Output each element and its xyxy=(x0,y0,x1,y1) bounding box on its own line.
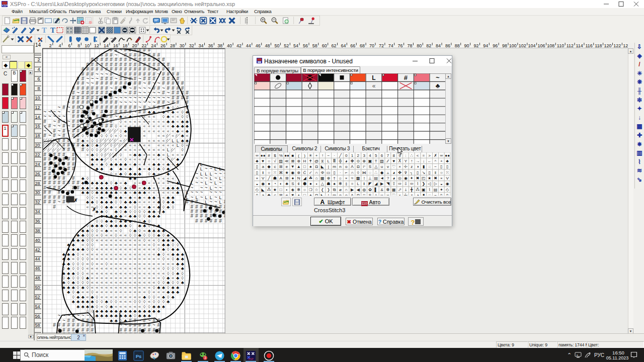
svg-text:◊: ◊ xyxy=(105,161,108,166)
svg-text:☘: ☘ xyxy=(308,176,312,180)
svg-text:40: 40 xyxy=(227,43,232,48)
svg-text:106: 106 xyxy=(537,43,545,48)
svg-text:#: # xyxy=(214,218,217,223)
svg-text:(: ( xyxy=(298,153,299,158)
svg-text:◊: ◊ xyxy=(87,237,89,242)
svg-text:☩: ☩ xyxy=(404,164,407,169)
svg-text:▮: ▮ xyxy=(422,164,424,169)
svg-text:✗: ✗ xyxy=(73,197,77,203)
svg-text:▌: ▌ xyxy=(374,187,377,193)
svg-text:22: 22 xyxy=(141,43,146,48)
svg-text:♣: ♣ xyxy=(100,209,103,214)
svg-text:♣: ♣ xyxy=(138,190,141,195)
svg-text:«: « xyxy=(172,152,174,157)
svg-text:♣: ♣ xyxy=(82,190,85,195)
svg-text:♣: ♣ xyxy=(285,182,288,186)
svg-text:96: 96 xyxy=(493,43,498,48)
svg-text:♣: ♣ xyxy=(133,175,136,180)
svg-text:#: # xyxy=(67,170,70,176)
svg-text:S: S xyxy=(291,182,294,186)
svg-text:◊: ◊ xyxy=(172,204,174,209)
svg-text:S: S xyxy=(368,193,371,196)
svg-text:58: 58 xyxy=(35,323,40,328)
svg-text:◊: ◊ xyxy=(181,142,184,147)
svg-text:«: « xyxy=(162,175,165,180)
svg-text:♣: ♣ xyxy=(115,161,118,166)
svg-text:⁙: ⁙ xyxy=(273,170,277,175)
svg-text:@: @ xyxy=(314,159,318,163)
svg-text:~: ~ xyxy=(209,180,212,186)
svg-text:−: − xyxy=(434,193,437,196)
svg-text:42: 42 xyxy=(236,43,242,48)
svg-text:♣: ♣ xyxy=(157,304,160,309)
svg-text:«: « xyxy=(105,171,108,176)
svg-text:◊: ◊ xyxy=(110,142,113,147)
svg-text:☗: ☗ xyxy=(273,176,276,180)
svg-text:«: « xyxy=(148,157,150,162)
svg-text:◄: ◄ xyxy=(380,176,384,180)
svg-text:«: « xyxy=(138,114,141,119)
svg-text:□: □ xyxy=(279,188,282,192)
svg-text:★: ★ xyxy=(273,188,276,192)
svg-text:╬: ╬ xyxy=(339,158,342,164)
svg-text:●●: ●● xyxy=(284,153,289,158)
svg-text:∩: ∩ xyxy=(351,170,354,175)
svg-text:▷: ▷ xyxy=(434,182,437,186)
svg-text:◐: ◐ xyxy=(279,182,282,186)
svg-text:16: 16 xyxy=(35,124,40,129)
svg-text:⊕: ⊕ xyxy=(327,176,330,180)
svg-text:♣: ♣ xyxy=(172,285,175,290)
svg-text:•: • xyxy=(315,182,317,186)
svg-text:→: → xyxy=(416,159,420,163)
svg-text:«: « xyxy=(157,128,160,133)
svg-text:#: # xyxy=(48,123,51,129)
svg-text:♣: ♣ xyxy=(115,318,118,323)
svg-text:⊕: ⊕ xyxy=(297,159,300,163)
svg-text:◘: ◘ xyxy=(315,193,317,196)
svg-text:◊: ◊ xyxy=(186,114,189,119)
svg-text:♥: ♥ xyxy=(262,159,264,163)
svg-text:54: 54 xyxy=(35,304,40,309)
svg-text:♣: ♣ xyxy=(124,209,127,214)
svg-text:♡: ♡ xyxy=(392,193,395,196)
svg-text:♣: ♣ xyxy=(86,304,89,309)
svg-text:«: « xyxy=(115,157,117,162)
svg-text:«: « xyxy=(119,303,122,309)
svg-text:♣: ♣ xyxy=(96,142,99,147)
svg-text:«: « xyxy=(162,157,165,162)
svg-text:58: 58 xyxy=(312,43,317,48)
svg-text:◊: ◊ xyxy=(105,209,108,214)
svg-text:◀: ◀ xyxy=(356,188,360,192)
svg-text:†: † xyxy=(333,176,335,180)
svg-text:^: ^ xyxy=(434,159,436,163)
svg-text:●: ● xyxy=(291,176,294,180)
svg-text:12: 12 xyxy=(94,43,99,48)
svg-text:◤: ◤ xyxy=(368,182,372,186)
svg-text:◑: ◑ xyxy=(416,164,419,169)
svg-text:♣: ♣ xyxy=(138,171,141,176)
svg-text:Y: Y xyxy=(404,159,407,163)
svg-text:◊: ◊ xyxy=(120,209,122,214)
svg-text:√: √ xyxy=(274,159,276,163)
svg-text:↕: ↕ xyxy=(363,176,365,180)
svg-text:△: △ xyxy=(320,182,324,186)
svg-text:◊: ◊ xyxy=(129,223,132,228)
svg-text:#: # xyxy=(53,322,56,328)
svg-text:↘: ↘ xyxy=(422,170,425,175)
svg-text:◊: ◊ xyxy=(91,142,94,147)
svg-text:«: « xyxy=(157,142,160,147)
svg-text:52: 52 xyxy=(35,295,40,300)
svg-text:50: 50 xyxy=(35,285,40,290)
svg-text:+: + xyxy=(315,153,317,158)
svg-text:c: c xyxy=(274,193,276,196)
svg-text:«: « xyxy=(172,128,174,133)
svg-text:92: 92 xyxy=(473,43,478,48)
svg-text:⊞: ⊞ xyxy=(279,193,282,196)
svg-text:◎: ◎ xyxy=(398,176,401,180)
svg-text:◊: ◊ xyxy=(181,114,184,119)
svg-text:▯: ▯ xyxy=(440,164,442,169)
svg-text:v: v xyxy=(387,193,389,196)
svg-text:«: « xyxy=(167,175,170,180)
svg-text:◘: ◘ xyxy=(357,164,359,169)
svg-text:♠: ♠ xyxy=(309,164,312,169)
